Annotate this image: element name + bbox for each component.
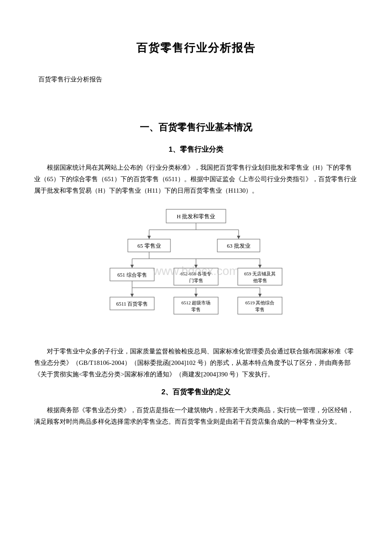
svg-marker-31 bbox=[130, 294, 134, 297]
svg-text:659 无店铺及其: 659 无店铺及其 bbox=[244, 271, 276, 276]
sub2-para2: 根据商务部《零售业态分类》，百货店是指在一个建筑物内，经营若干大类商品，实行统一… bbox=[34, 405, 358, 428]
flowchart-svg: H 批发和零售业 65 零售业 63 批发业 651 综合零售 bbox=[107, 205, 285, 337]
svg-marker-7 bbox=[237, 236, 240, 239]
svg-text:6519 其他综合: 6519 其他综合 bbox=[245, 300, 275, 305]
svg-text:6511 百货零售: 6511 百货零售 bbox=[116, 301, 148, 307]
main-title: 百货零售行业分析报告 bbox=[34, 38, 358, 57]
svg-marker-35 bbox=[258, 294, 262, 297]
sub2-title: 2、百货零售业的定义 bbox=[34, 386, 358, 399]
svg-marker-19 bbox=[258, 265, 262, 268]
svg-marker-15 bbox=[130, 265, 134, 268]
svg-text:65 零售业: 65 零售业 bbox=[137, 243, 161, 249]
svg-text:652-658 各项专: 652-658 各项专 bbox=[181, 271, 211, 276]
subtitle-line: 百货零售行业分析报告 bbox=[38, 74, 358, 85]
svg-marker-5 bbox=[147, 236, 151, 239]
svg-text:他零售: 他零售 bbox=[253, 278, 267, 283]
sub2-para1-before: 对于零售业中众多的子行业，国家质量监督检验检疫总局、国家标准化管理委员会通过联合… bbox=[34, 346, 358, 380]
svg-text:H 批发和零售业: H 批发和零售业 bbox=[177, 213, 216, 220]
svg-text:63 批发业: 63 批发业 bbox=[227, 243, 250, 249]
svg-text:门零售: 门零售 bbox=[189, 278, 203, 283]
svg-text:6512 超级市场: 6512 超级市场 bbox=[182, 300, 211, 305]
svg-marker-17 bbox=[194, 265, 198, 268]
svg-text:零售: 零售 bbox=[191, 307, 201, 312]
sub1-title: 1、零售行业分类 bbox=[34, 144, 358, 156]
section1-title: 一、百货零售行业基本情况 bbox=[34, 119, 358, 135]
sub1-para1: 根据国家统计局在其网站上公布的《行业分类标准》，我国把百货零售行业划归批发和零售… bbox=[34, 162, 358, 197]
svg-text:零售: 零售 bbox=[255, 307, 265, 312]
svg-marker-33 bbox=[194, 294, 198, 297]
flowchart: www.bdocx.com H 批发和零售业 65 零售业 63 批发业 bbox=[77, 205, 315, 337]
svg-text:651 综合零售: 651 综合零售 bbox=[118, 272, 147, 278]
